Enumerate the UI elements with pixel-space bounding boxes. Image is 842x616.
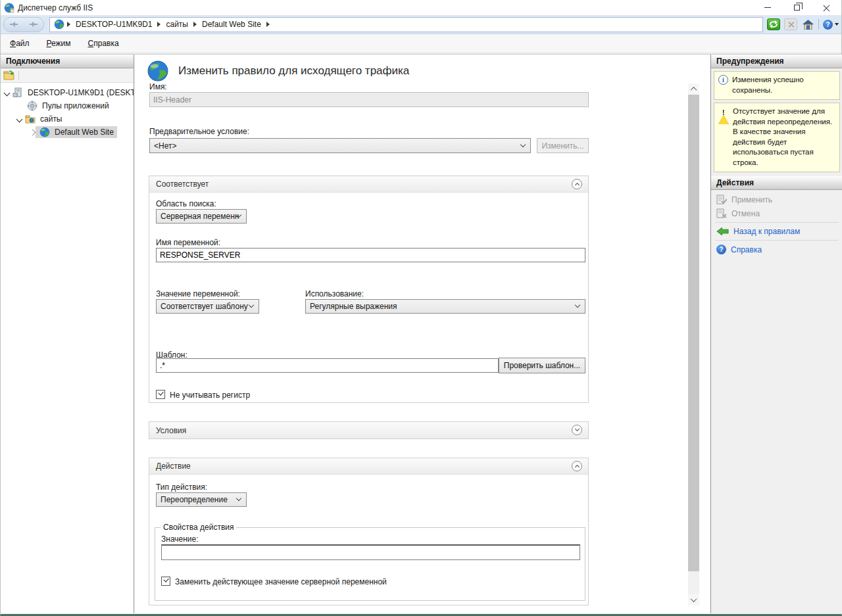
menu-view[interactable]: Режим: [47, 36, 79, 51]
breadcrumb-item-default-web-site[interactable]: Default Web Site: [199, 20, 264, 29]
back-arrow-icon: [716, 227, 729, 236]
address-bar: DESKTOP-U1MK9D1 сайты Default Web Site: [1, 15, 841, 34]
feature-view: Изменить правило для исходящего трафика …: [135, 54, 710, 613]
replace-value-checkbox[interactable]: [161, 577, 170, 586]
match-section-header[interactable]: Соответствует: [149, 176, 588, 193]
close-icon[interactable]: [812, 0, 841, 15]
help-icon: [823, 20, 833, 30]
replace-value-label: Заменить действующее значение серверной …: [175, 577, 387, 586]
menu-help[interactable]: Справка: [88, 36, 127, 51]
app-pools-icon: [27, 101, 37, 111]
tree-node-default-web-site[interactable]: Default Web Site: [1, 126, 134, 139]
action-type-select[interactable]: Переопределение: [156, 492, 247, 507]
breadcrumb-arrow-icon: [157, 22, 161, 27]
help-icon: [716, 245, 726, 254]
collapse-section-icon[interactable]: [572, 461, 582, 471]
tree-node-sites[interactable]: сайты: [1, 112, 134, 126]
match-section: Соответствует Область поиска: Серверная …: [149, 176, 589, 403]
breadcrumb-arrow-icon: [266, 22, 270, 27]
action-section-header[interactable]: Действие: [149, 458, 588, 475]
warning-note: Отсутствует значение для действия переоп…: [714, 103, 840, 172]
info-note-text: Изменения успешно сохранены.: [732, 75, 835, 95]
expand-icon[interactable]: [30, 130, 36, 135]
app-icon: [4, 3, 14, 13]
breadcrumb-item-server[interactable]: DESKTOP-U1MK9D1: [73, 20, 155, 29]
value-label: Значение:: [161, 534, 199, 544]
variable-value-select[interactable]: Соответствует шаблону: [156, 299, 259, 314]
site-globe-icon: [39, 127, 50, 137]
vertical-scrollbar[interactable]: [688, 83, 699, 605]
save-connections-icon[interactable]: [3, 70, 14, 80]
refresh-icon[interactable]: [767, 18, 780, 30]
edit-precondition-button[interactable]: Изменить...: [537, 138, 589, 153]
action-section: Действие Тип действия: Переопределение С…: [149, 458, 589, 605]
warning-note-text: Отсутствует значение для действия переоп…: [733, 107, 835, 168]
tree-node-label: DESKTOP-U1MK9D1 (DESKTOP: [26, 87, 134, 98]
collapse-icon[interactable]: [16, 116, 22, 122]
help-link[interactable]: Справка: [711, 243, 842, 256]
tree-node-label: Default Web Site: [53, 127, 116, 137]
back-to-rules-link[interactable]: Назад к правилам: [711, 225, 842, 238]
collapse-section-icon[interactable]: [572, 179, 582, 189]
alerts-header: Предупреждения: [711, 55, 842, 68]
back-icon[interactable]: [8, 20, 20, 29]
value-input[interactable]: [161, 544, 580, 560]
name-input[interactable]: IIS-Header: [149, 92, 589, 107]
actions-separator: [715, 240, 839, 241]
conditions-section-header[interactable]: Условия: [149, 422, 588, 438]
forward-icon[interactable]: [28, 20, 39, 29]
cancel-icon: [716, 208, 727, 218]
using-label: Использование:: [305, 289, 364, 298]
restore-icon[interactable]: [782, 0, 812, 15]
breadcrumb[interactable]: DESKTOP-U1MK9D1 сайты Default Web Site: [49, 17, 763, 32]
tree-node-app-pools[interactable]: Пулы приложений: [1, 99, 134, 112]
server-icon: [12, 87, 23, 98]
collapse-icon[interactable]: [4, 90, 10, 96]
tree-node-server[interactable]: DESKTOP-U1MK9D1 (DESKTOP: [1, 86, 134, 99]
sites-folder-icon: [25, 114, 36, 124]
precondition-select[interactable]: <Нет>: [149, 138, 531, 153]
cancel-button[interactable]: Отмена: [711, 206, 842, 220]
name-label: Имя:: [149, 82, 167, 91]
action-properties-group: Свойства действия Значение: Заменить дей…: [155, 527, 585, 601]
breadcrumb-item-sites[interactable]: сайты: [163, 20, 191, 29]
menu-file[interactable]: Файл: [10, 36, 37, 51]
precondition-label: Предварительное условие:: [149, 127, 249, 136]
chevron-down-icon: [835, 23, 839, 26]
expand-section-icon[interactable]: [572, 425, 582, 435]
page-title: Изменить правило для исходящего трафика: [178, 64, 409, 78]
chevron-down-icon: [237, 496, 241, 501]
pattern-input[interactable]: .*: [156, 358, 499, 373]
variable-name-input[interactable]: RESPONSE_SERVER: [156, 248, 585, 262]
chevron-down-icon: [521, 143, 526, 147]
page-globe-icon: [147, 60, 169, 82]
help-menu-button[interactable]: [823, 20, 839, 30]
minimize-icon[interactable]: [753, 0, 782, 15]
scope-select[interactable]: Серверная переменн: [156, 209, 247, 224]
apply-button[interactable]: Применить: [711, 193, 842, 206]
ignore-case-checkbox[interactable]: [156, 390, 165, 399]
globe-icon: [54, 19, 64, 30]
menu-bar: Файл Режим Справка: [1, 34, 841, 53]
connections-panel: Подключения DESKTOP-U1MK9D1 (DESKTOP Пул…: [1, 54, 134, 613]
test-pattern-button[interactable]: Проверить шаблон...: [499, 358, 585, 373]
connections-header: Подключения: [1, 55, 134, 68]
tree-node-label: Пулы приложений: [40, 101, 111, 111]
info-note: Изменения успешно сохранены.: [714, 71, 840, 100]
scroll-up-icon[interactable]: [688, 83, 699, 95]
connections-toolbar: [1, 68, 134, 83]
title-bar: Диспетчер служб IIS: [1, 0, 841, 15]
scroll-down-icon[interactable]: [688, 594, 699, 605]
actions-header: Действия: [711, 176, 842, 190]
variable-value-label: Значение переменной:: [156, 289, 240, 298]
conditions-section: Условия: [149, 421, 589, 439]
breadcrumb-arrow-icon: [67, 22, 70, 27]
actions-panel: Предупреждения Изменения успешно сохране…: [710, 54, 842, 613]
home-icon[interactable]: [801, 18, 814, 30]
chevron-down-icon: [249, 303, 254, 308]
scrollbar-thumb[interactable]: [688, 95, 699, 571]
using-select[interactable]: Регулярные выражения: [305, 299, 585, 314]
connections-tree: DESKTOP-U1MK9D1 (DESKTOP Пулы приложений…: [1, 83, 134, 139]
apply-icon: [716, 195, 727, 204]
stop-icon[interactable]: [784, 18, 797, 30]
